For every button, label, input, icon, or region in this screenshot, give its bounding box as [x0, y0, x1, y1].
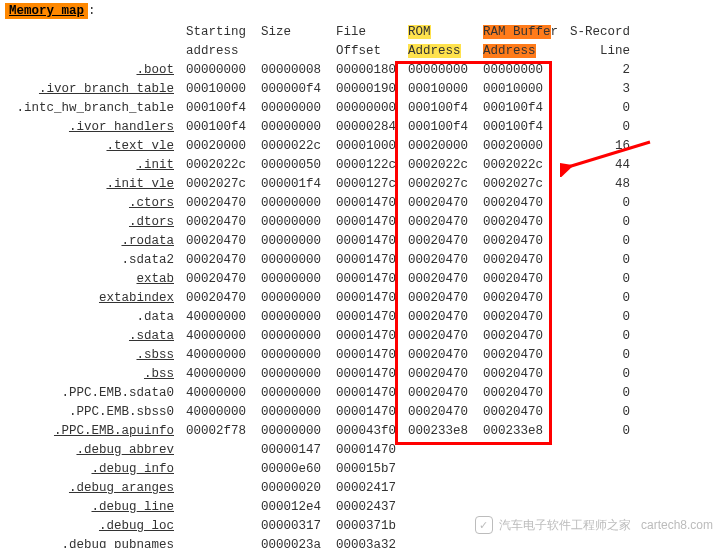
rom-address: 0002022c	[402, 155, 477, 174]
file-offset: 00001470	[330, 250, 402, 269]
rom-address: 00020470	[402, 231, 477, 250]
file-offset: 0000127c	[330, 174, 402, 193]
header-line: Line	[564, 41, 636, 60]
rom-address	[402, 516, 477, 535]
ram-buffer-address	[477, 440, 564, 459]
starting-address: 000100f4	[180, 98, 255, 117]
rom-address: 00020470	[402, 212, 477, 231]
starting-address: 00020000	[180, 136, 255, 155]
size: 00000000	[255, 269, 330, 288]
section-name: .init	[5, 155, 180, 174]
srecord-line: 0	[564, 231, 636, 250]
section-name: .PPC.EMB.apuinfo	[5, 421, 180, 440]
rom-address: 00020470	[402, 345, 477, 364]
starting-address: 40000000	[180, 383, 255, 402]
ram-buffer-address: 00020470	[477, 345, 564, 364]
size: 00000000	[255, 288, 330, 307]
rom-address: 00020470	[402, 402, 477, 421]
file-offset: 000043f0	[330, 421, 402, 440]
size: 00000020	[255, 478, 330, 497]
rom-address: 000100f4	[402, 98, 477, 117]
section-name: extab	[5, 269, 180, 288]
rom-address	[402, 440, 477, 459]
table-row: .debug_pubnames0000023a00003a32	[5, 535, 636, 548]
starting-address: 00020470	[180, 288, 255, 307]
starting-address: 40000000	[180, 345, 255, 364]
starting-address	[180, 516, 255, 535]
table-row: .init_vle0002027c000001f40000127c0002027…	[5, 174, 636, 193]
header-ram-address: Address	[477, 41, 564, 60]
rom-address: 00020470	[402, 193, 477, 212]
section-name: .debug_loc	[5, 516, 180, 535]
header-rom: ROM	[402, 22, 477, 41]
page-title: Memory map	[5, 3, 88, 19]
srecord-line: 0	[564, 288, 636, 307]
srecord-line: 0	[564, 250, 636, 269]
starting-address: 00020470	[180, 269, 255, 288]
ram-buffer-address	[477, 535, 564, 548]
size: 00000000	[255, 250, 330, 269]
table-row: .init0002022c000000500000122c0002022c000…	[5, 155, 636, 174]
size: 0000023a	[255, 535, 330, 548]
size: 00000000	[255, 421, 330, 440]
size: 00000e60	[255, 459, 330, 478]
file-offset: 00001470	[330, 326, 402, 345]
starting-address: 40000000	[180, 364, 255, 383]
ram-buffer-address: 000233e8	[477, 421, 564, 440]
section-name: .PPC.EMB.sbss0	[5, 402, 180, 421]
size: 00000000	[255, 193, 330, 212]
srecord-line: 0	[564, 326, 636, 345]
header-starting: Starting	[180, 22, 255, 41]
table-row: .PPC.EMB.sdata04000000000000000000014700…	[5, 383, 636, 402]
ram-buffer-address: 00020470	[477, 383, 564, 402]
srecord-line: 0	[564, 117, 636, 136]
file-offset: 00003a32	[330, 535, 402, 548]
section-name: .dtors	[5, 212, 180, 231]
header-row-1: Starting Size File ROM RAM Buffer S-Reco…	[5, 22, 636, 41]
table-row: .ivor_handlers000100f4000000000000028400…	[5, 117, 636, 136]
rom-address: 00020470	[402, 383, 477, 402]
starting-address: 00002f78	[180, 421, 255, 440]
starting-address	[180, 440, 255, 459]
ram-buffer-address	[477, 497, 564, 516]
starting-address: 40000000	[180, 326, 255, 345]
file-offset: 00000190	[330, 79, 402, 98]
srecord-line: 0	[564, 98, 636, 117]
section-name: .ivor_branch_table	[5, 79, 180, 98]
table-row: .text_vle000200000000022c000010000002000…	[5, 136, 636, 155]
starting-address	[180, 535, 255, 548]
ram-buffer-address: 00020470	[477, 193, 564, 212]
file-offset: 00001470	[330, 440, 402, 459]
srecord-line: 48	[564, 174, 636, 193]
size: 00000000	[255, 117, 330, 136]
title-colon: :	[88, 4, 96, 18]
section-name: .sbss	[5, 345, 180, 364]
section-name: .sdata2	[5, 250, 180, 269]
srecord-line: 44	[564, 155, 636, 174]
table-row: extabindex000204700000000000001470000204…	[5, 288, 636, 307]
rom-address: 00020470	[402, 269, 477, 288]
ram-buffer-address: 00020470	[477, 250, 564, 269]
size: 00000000	[255, 364, 330, 383]
table-row: .sbss40000000000000000000147000020470000…	[5, 345, 636, 364]
starting-address: 00020470	[180, 193, 255, 212]
ram-buffer-address: 00000000	[477, 60, 564, 79]
srecord-line	[564, 478, 636, 497]
section-name: .sdata	[5, 326, 180, 345]
rom-address: 00000000	[402, 60, 477, 79]
file-offset: 00001470	[330, 212, 402, 231]
watermark: ✓ 汽车电子软件工程师之家 cartech8.com	[475, 516, 713, 534]
starting-address: 00020470	[180, 250, 255, 269]
file-offset: 00000000	[330, 98, 402, 117]
file-offset: 0000371b	[330, 516, 402, 535]
section-name: .intc_hw_branch_table	[5, 98, 180, 117]
size: 0000022c	[255, 136, 330, 155]
section-name: .PPC.EMB.sdata0	[5, 383, 180, 402]
starting-address: 000100f4	[180, 117, 255, 136]
memory-map-table: Starting Size File ROM RAM Buffer S-Reco…	[5, 22, 636, 548]
rom-address	[402, 459, 477, 478]
size: 00000000	[255, 345, 330, 364]
ram-buffer-address: 00020000	[477, 136, 564, 155]
srecord-line: 0	[564, 269, 636, 288]
size: 00000000	[255, 212, 330, 231]
